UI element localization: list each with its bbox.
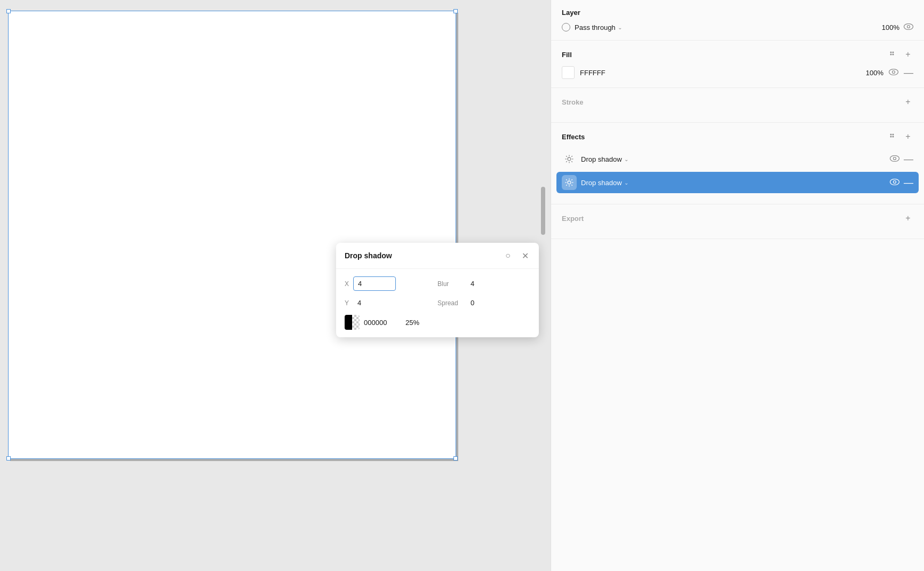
x-label: X [345,280,351,288]
svg-line-19 [571,156,572,157]
popup-header: Drop shadow ○ ✕ [336,243,539,269]
effect-2-name[interactable]: Drop shadow ⌄ [581,179,886,187]
effect-2-eye-icon[interactable] [890,178,899,187]
fill-remove-button[interactable]: — [904,68,913,77]
svg-point-21 [890,156,899,162]
layer-title: Layer [562,9,580,17]
chevron-down-icon: ⌄ [618,25,622,30]
fill-add-button[interactable]: + [903,49,913,60]
handle-bottom-left[interactable] [6,456,11,461]
effects-actions: + [888,131,913,142]
popup-body: X Blur 4 Y 4 Spread 0 [336,269,539,337]
svg-point-0 [904,24,913,30]
svg-point-22 [894,157,896,160]
svg-point-10 [890,136,892,138]
svg-line-17 [566,156,567,157]
canvas-scrollbar[interactable] [541,187,545,235]
export-add-button[interactable]: + [903,213,913,224]
opacity-value: 25% [405,319,419,327]
opacity-right: 100% [882,23,913,31]
y-value: 4 [353,296,396,310]
spread-label: Spread [437,299,464,307]
canvas-frame[interactable] [8,11,456,459]
stroke-title: Stroke [562,98,583,106]
svg-line-18 [571,161,572,162]
stroke-add-button[interactable]: + [903,97,913,107]
popup-header-icons: ○ ✕ [503,250,530,261]
fill-hex: FFFFFF [580,69,861,77]
blur-label: Blur [437,280,464,288]
effects-section: Effects + [551,123,924,204]
drop-shadow-popup: Drop shadow ○ ✕ X Blur 4 Y [336,243,539,337]
svg-point-33 [894,181,896,184]
svg-line-30 [571,179,572,180]
svg-point-12 [568,157,571,161]
blend-mode-circle [562,23,570,31]
effect-2-remove[interactable]: — [904,178,913,187]
color-swatch[interactable] [345,315,360,330]
svg-point-4 [890,54,892,55]
blend-mode-label: Pass through [575,23,616,31]
fill-color-swatch[interactable] [562,66,575,79]
svg-point-5 [893,54,894,55]
svg-point-1 [907,26,910,28]
layer-section: Layer Pass through ⌄ 100% [551,0,924,41]
effects-title: Effects [562,133,585,141]
fill-actions: + [888,49,913,60]
stroke-section: Stroke + [551,88,924,123]
spread-col: Spread 0 [437,296,530,310]
svg-line-20 [566,161,567,162]
svg-point-2 [890,52,892,53]
svg-line-28 [566,179,567,180]
svg-point-8 [890,134,892,136]
layer-row: Pass through ⌄ 100% [562,23,913,31]
svg-point-6 [889,69,898,75]
layer-eye-icon[interactable] [904,23,913,31]
svg-point-11 [893,136,894,138]
effect-1-name[interactable]: Drop shadow ⌄ [581,155,886,163]
fill-opacity: 100% [866,69,883,77]
effect-1-eye-icon[interactable] [890,155,899,163]
export-header: Export + [562,213,913,224]
effect-1-remove[interactable]: — [904,154,913,164]
svg-point-9 [893,134,894,136]
layer-opacity: 100% [882,23,899,31]
effects-header: Effects + [562,131,913,142]
color-swatch-solid [345,315,352,330]
handle-top-right[interactable] [453,9,458,13]
fill-row: FFFFFF 100% — [562,66,913,79]
popup-row-x-blur: X Blur 4 [345,276,530,291]
effect-2-icon [562,175,577,190]
blend-mode-select[interactable]: Pass through ⌄ [575,23,878,31]
popup-close-icon[interactable]: ✕ [520,250,530,261]
effects-grid-icon[interactable] [888,131,898,142]
effect-row-1: Drop shadow ⌄ — [562,148,913,170]
color-hex: 000000 [364,319,401,327]
fill-grid-icon[interactable] [888,49,898,60]
handle-top-left[interactable] [6,9,11,13]
fill-section: Fill + FFFFFF 100% [551,41,924,88]
color-swatch-alpha [352,315,360,330]
popup-circle-icon[interactable]: ○ [503,250,513,261]
y-col: Y 4 [345,296,437,310]
svg-line-31 [566,185,567,186]
effect-1-icon [562,152,577,166]
fill-header: Fill + [562,49,913,60]
popup-row-y-spread: Y 4 Spread 0 [345,296,530,310]
svg-point-3 [893,52,894,53]
svg-point-32 [890,179,899,185]
x-input[interactable] [353,276,396,291]
right-panel: Layer Pass through ⌄ 100% Fill [551,0,924,571]
popup-title: Drop shadow [345,251,392,260]
stroke-header: Stroke + [562,97,913,107]
canvas-area: Drop shadow ○ ✕ X Blur 4 Y [0,0,551,571]
blur-value: 4 [466,277,509,290]
blur-col: Blur 4 [437,277,530,290]
popup-row-color: 000000 25% [345,315,530,330]
export-title: Export [562,215,584,223]
fill-eye-icon[interactable] [889,68,898,77]
handle-bottom-right[interactable] [453,456,458,461]
effects-add-button[interactable]: + [903,131,913,142]
effect-row-2: Drop shadow ⌄ — [556,172,919,193]
layer-header: Layer [562,9,913,17]
